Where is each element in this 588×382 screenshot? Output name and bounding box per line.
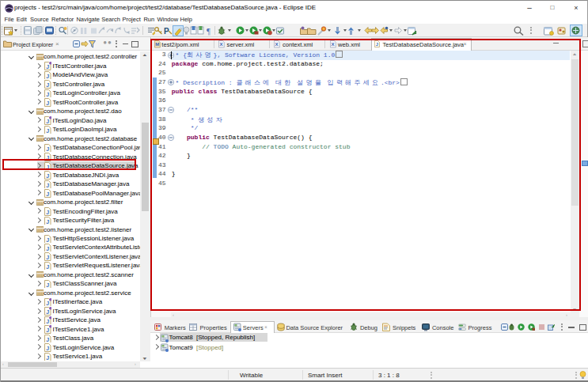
svg-text:¶: ¶: [207, 27, 211, 36]
svg-text:P: P: [164, 27, 169, 36]
